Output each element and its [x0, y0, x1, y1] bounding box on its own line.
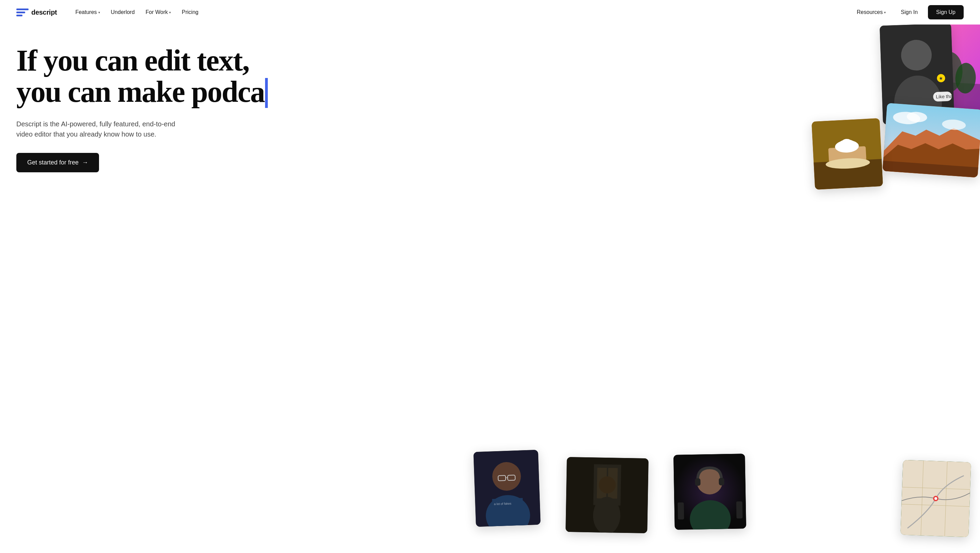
hero-content: If you can edit text, you can make podca… [16, 45, 585, 172]
hero-headline: If you can edit text, you can make podca [16, 45, 585, 108]
svg-rect-32 [498, 475, 506, 481]
svg-marker-13 [882, 123, 980, 177]
svg-point-25 [842, 139, 852, 146]
svg-point-16 [892, 111, 920, 125]
svg-point-18 [942, 119, 966, 131]
svg-line-54 [945, 461, 947, 536]
logo-line-2 [16, 11, 25, 13]
hero-subtext: Descript is the AI-powered, fully featur… [16, 119, 186, 139]
svg-point-6 [901, 39, 932, 71]
svg-point-40 [593, 496, 620, 533]
text-cursor [265, 78, 268, 108]
svg-rect-5 [880, 24, 955, 124]
cta-button[interactable]: Get started for free → [16, 153, 99, 172]
nav-left: Features ▾ Underlord For Work ▾ Pricing [70, 6, 852, 18]
chevron-down-icon-2: ▾ [169, 11, 171, 14]
svg-point-4 [955, 62, 977, 94]
collage-card-cinematic [566, 457, 649, 533]
nav-item-resources[interactable]: Resources ▾ [852, 6, 891, 18]
collage-card-portrait: Like that. ★ [880, 24, 955, 124]
nav-item-underlord[interactable]: Underlord [106, 6, 140, 18]
svg-point-3 [934, 51, 963, 93]
svg-point-2 [919, 61, 944, 96]
svg-point-23 [835, 140, 859, 153]
collage-card-map [900, 460, 971, 537]
collage-card-headphones [673, 454, 746, 530]
svg-rect-22 [828, 146, 866, 162]
svg-point-39 [599, 477, 616, 494]
collage-card-food [811, 118, 883, 190]
svg-rect-1 [910, 80, 980, 112]
svg-point-10 [937, 74, 945, 83]
svg-point-17 [907, 112, 928, 123]
svg-line-52 [901, 504, 969, 506]
svg-text:Like that.: Like that. [936, 93, 955, 99]
collage-card-pink [910, 24, 980, 112]
nav-item-features[interactable]: Features ▾ [70, 6, 105, 18]
svg-rect-41 [566, 457, 649, 533]
logo-line-3 [16, 14, 22, 16]
logo-link[interactable]: descript [16, 8, 57, 17]
svg-line-53 [921, 461, 924, 535]
svg-point-21 [829, 153, 867, 169]
svg-rect-15 [882, 161, 978, 177]
svg-rect-43 [673, 454, 746, 530]
chevron-down-icon: ▾ [98, 11, 100, 14]
svg-point-44 [697, 468, 723, 494]
svg-point-26 [826, 157, 870, 170]
logo-line-1 [16, 8, 29, 10]
svg-rect-19 [811, 118, 883, 190]
nav-right: Resources ▾ Sign In Sign Up [852, 5, 964, 19]
svg-rect-20 [814, 159, 883, 190]
svg-rect-36 [593, 464, 621, 505]
svg-rect-35 [566, 457, 649, 533]
svg-rect-37 [597, 467, 607, 498]
collage-card-desert [882, 103, 980, 177]
svg-point-28 [492, 462, 522, 491]
svg-rect-46 [695, 478, 701, 486]
svg-point-7 [893, 75, 943, 124]
svg-rect-0 [910, 24, 980, 112]
nav-item-pricing[interactable]: Pricing [177, 6, 203, 18]
svg-rect-27 [473, 450, 541, 527]
svg-rect-47 [719, 478, 724, 485]
svg-rect-8 [933, 91, 952, 102]
svg-line-51 [902, 487, 970, 490]
svg-text:★: ★ [939, 75, 943, 81]
svg-rect-33 [508, 475, 515, 480]
hero-section: If you can edit text, you can make podca… [0, 24, 980, 553]
svg-rect-30 [492, 498, 523, 513]
svg-rect-48 [678, 502, 684, 519]
svg-rect-49 [737, 501, 743, 518]
logo-icon [16, 8, 29, 17]
svg-rect-42 [673, 454, 746, 530]
svg-point-55 [933, 496, 939, 502]
svg-point-56 [934, 497, 937, 500]
signin-button[interactable]: Sign In [896, 6, 923, 18]
navbar: descript Features ▾ Underlord For Work ▾… [0, 0, 980, 24]
svg-rect-50 [900, 460, 971, 537]
collage-card-man-glasses: a lot of fakes [473, 450, 541, 527]
svg-text:a lot of fakes: a lot of fakes [494, 502, 512, 506]
svg-point-45 [690, 500, 731, 530]
svg-point-24 [838, 139, 856, 150]
arrow-icon: → [82, 159, 88, 166]
chevron-down-icon-3: ▾ [884, 11, 886, 14]
nav-item-forwork[interactable]: For Work ▾ [141, 6, 176, 18]
svg-point-29 [485, 494, 531, 527]
signup-button[interactable]: Sign Up [928, 5, 964, 19]
svg-rect-12 [882, 103, 980, 177]
svg-rect-38 [608, 468, 618, 499]
svg-marker-14 [882, 139, 980, 177]
logo-text: descript [31, 8, 57, 16]
